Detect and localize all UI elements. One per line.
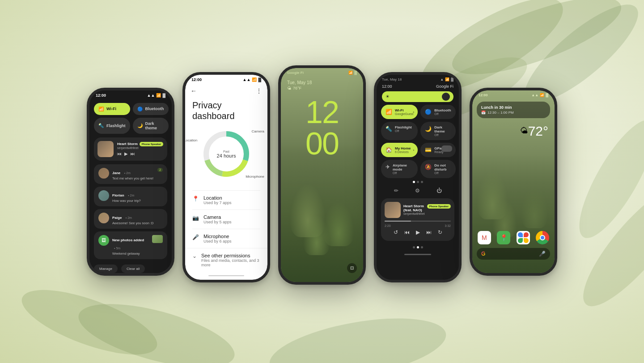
home-signal-icon: ▲▲: [531, 93, 538, 97]
status-icons-1: ▲▲ 📶 ▓: [147, 93, 165, 98]
perm-location[interactable]: 📍 Location Used by 7 apps: [192, 190, 260, 209]
see-other-label: See other permissions: [201, 253, 260, 258]
home-temp: 72°: [528, 124, 548, 139]
qs-bt-name: Bluetooth: [434, 108, 451, 112]
screenshot-button[interactable]: ⊡: [347, 263, 357, 273]
power-icon[interactable]: ⏻: [436, 188, 442, 194]
phone-2-privacy: 12:00 ▲▲ 📶 ▓ ← ⋮ Privacy dashboard: [182, 72, 270, 282]
prev-btn-1[interactable]: ⏮: [117, 151, 122, 156]
notif-name-paige: Paige: [112, 216, 122, 220]
photo-thumb: [152, 235, 163, 243]
qs-gpay-icon: 💳: [425, 147, 432, 153]
qs-network-row: 12:00 Google Fi: [377, 83, 459, 90]
avatar-florian: [98, 190, 109, 201]
qs-media-dots: [377, 243, 459, 251]
clear-all-button[interactable]: Clear all: [121, 265, 145, 273]
qs-prev-btn[interactable]: ⏮: [404, 229, 410, 235]
qs-media-controls: ↺ ⏮ ▶ ⏭ ↻: [385, 227, 451, 237]
qs-progress-bar: [385, 221, 451, 222]
qs-media-card: Phone Speaker Heart Storm (feat. NAO) se…: [381, 198, 454, 241]
settings-icon[interactable]: ⚙: [415, 188, 420, 194]
qs-replay-btn[interactable]: ↺: [394, 229, 398, 235]
media-controls-1: ⏮ ▶ ⏭: [117, 151, 164, 156]
flashlight-tile[interactable]: 🔦 Flashlight: [94, 118, 130, 134]
photos-q1: [518, 232, 523, 237]
notif-photos: 🖼 New photos added • 5m Weekend getaway: [94, 231, 167, 259]
qs-brightness-slider[interactable]: ☀: [382, 91, 453, 102]
qs-next-btn[interactable]: ⏭: [426, 229, 432, 235]
battery-icon: ▓: [162, 93, 165, 98]
qs-flashlight-tile[interactable]: 🔦 Flashlight Off: [381, 122, 418, 140]
media-album-art-1: [97, 141, 114, 157]
see-other-section[interactable]: ⌄ See other permissions Files and media,…: [185, 248, 267, 272]
qs-dark-tile[interactable]: 🌙 Dark theme Off: [420, 122, 455, 140]
play-btn-1[interactable]: ▶: [124, 151, 128, 156]
phone-3-lockscreen: Google Fi 📶 ▓ Tue, May 18 🌤 76°F 12 00: [278, 65, 366, 285]
bluetooth-icon: 🔵: [137, 107, 143, 111]
perm-mic-content: Microphone Used by 6 apps: [203, 234, 232, 243]
next-btn-1[interactable]: ⏭: [131, 151, 135, 156]
donut-center: Past 24 hours: [217, 149, 236, 158]
qs-flash-sub: Off: [395, 129, 412, 132]
notif-msg-paige: Awesome! See you soon :D: [112, 221, 163, 225]
qs-dnd-tile[interactable]: 🔕 Do not disturb Off: [420, 160, 455, 178]
qs-media-artist: serpentwithfeet: [403, 212, 451, 215]
gmail-icon[interactable]: M: [478, 231, 491, 244]
wifi-tile[interactable]: 📶 Wi-Fi: [94, 103, 130, 115]
qs-dot-2: [417, 181, 419, 183]
perm-mic-detail: Used by 6 apps: [203, 239, 232, 243]
bluetooth-tile[interactable]: 🔵 Bluetooth: [133, 103, 169, 115]
dark-theme-tile[interactable]: 🌙 Dark theme: [133, 118, 169, 134]
phone-5-screen: 12:00 ▲▲ 📶 ▓ Lunch in 30 min 📅 12:30 – 1…: [472, 90, 555, 273]
photos-q4: [524, 238, 529, 243]
perm-microphone[interactable]: 🎤 Microphone Used by 6 apps: [192, 229, 260, 248]
back-button[interactable]: ←: [191, 87, 197, 94]
qs-flash-info: Flashlight Off: [395, 125, 412, 132]
qs-play-btn[interactable]: ▶: [416, 229, 420, 235]
qs-airplane-sub: Off: [393, 171, 413, 175]
qs-airplane-icon: ✈: [386, 164, 390, 170]
qs-battery-icon: ▓: [451, 77, 453, 81]
brightness-handle[interactable]: [442, 93, 450, 101]
qs-gpay-tile[interactable]: 💳 GPay Ready: [420, 143, 455, 157]
notif-time-paige: • 2m: [126, 216, 132, 219]
media-info-1: Heart Storm Phone Speaker serpentwithfee…: [117, 142, 164, 156]
lock-time-hours: 12: [281, 97, 363, 128]
home-calendar-widget[interactable]: Lunch in 30 min 📅 12:30 – 1:00 PM: [477, 102, 550, 118]
chrome-icon[interactable]: [536, 231, 549, 244]
wifi-tile-label: Wi-Fi: [106, 107, 116, 111]
manage-button[interactable]: Manage: [94, 265, 118, 273]
home-indicator-2: [208, 275, 244, 276]
mic-perm-icon: 🎤: [192, 234, 199, 240]
home-search-bar[interactable]: G 🎤: [477, 248, 550, 260]
avatar-paige: [98, 213, 109, 223]
qs-wifi-tile[interactable]: 📶 Wi-Fi GoogleGuest ›: [381, 105, 418, 119]
perm-camera[interactable]: 📷 Camera Used by 5 apps: [192, 209, 260, 229]
edit-icon[interactable]: ✏: [394, 188, 398, 194]
qs-home-name: My Home: [395, 146, 411, 150]
photos-icon[interactable]: [517, 231, 530, 244]
qs-album-art: [385, 202, 401, 218]
qs-dnd-icon: 🔕: [425, 164, 432, 170]
qs-bluetooth-tile[interactable]: 🔵 Bluetooth Off: [420, 105, 455, 119]
qs-forward-btn[interactable]: ↻: [438, 229, 442, 235]
lock-battery-icon: ▓: [354, 71, 357, 75]
maps-icon[interactable]: 📍: [497, 231, 510, 244]
signal-icon: ▲▲: [147, 93, 155, 98]
menu-button[interactable]: ⋮: [256, 87, 262, 94]
qs-status-bar: Tue, May 18 ▲ 📶 ▓: [377, 75, 459, 83]
qs-signal-icon: ▲: [440, 77, 444, 81]
qs-airplane-tile[interactable]: ✈ Airplane mode Off: [381, 160, 418, 178]
qs-wifi-name: Wi-Fi: [395, 108, 413, 112]
notif-time-florian: • 2m: [128, 194, 134, 197]
phone-1-notifications: 12:00 ▲▲ 📶 ▓ 📶 Wi-Fi 🔵 Bluetoo: [87, 88, 174, 276]
microphone-icon[interactable]: 🎤: [539, 251, 546, 257]
home-status-icons: ▲▲ 📶 ▓: [531, 93, 548, 97]
location-label: Location: [185, 138, 197, 142]
qs-dnd-name: Do not disturb: [434, 163, 451, 171]
qs-dot-1: [413, 181, 415, 183]
qs-home-arrow: ›: [413, 148, 415, 152]
qs-home-tile[interactable]: 🏠 My Home 6 Devices ›: [381, 143, 418, 157]
qs-dark-sub: Off: [434, 133, 451, 137]
perm-location-name: Location: [203, 195, 232, 201]
